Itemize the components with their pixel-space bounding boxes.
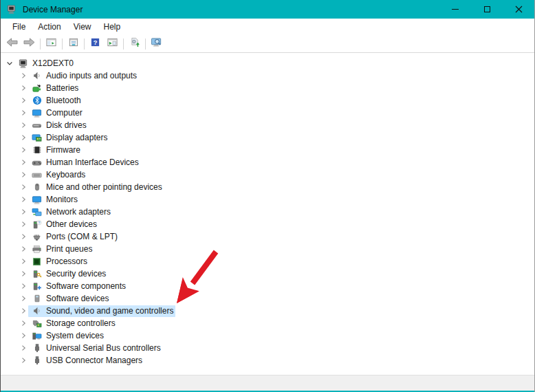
- close-button[interactable]: [503, 0, 534, 19]
- tree-item-label[interactable]: Monitors: [45, 194, 80, 206]
- chevron-right-icon[interactable]: [19, 318, 28, 328]
- device-tree: X12DEXT0Audio inputs and outputsBatterie…: [1, 53, 534, 375]
- tree-item-label[interactable]: Disk drives: [45, 120, 89, 131]
- tree-row[interactable]: ?Other devices: [1, 218, 534, 230]
- maximize-button[interactable]: [471, 0, 503, 19]
- tree-row[interactable]: Mice and other pointing devices: [1, 181, 534, 193]
- chevron-right-icon[interactable]: [19, 306, 28, 316]
- tree-item-label[interactable]: Bluetooth: [45, 95, 83, 107]
- tree-row[interactable]: Security devices: [1, 268, 534, 280]
- chevron-right-icon[interactable]: [19, 145, 28, 155]
- tree-item-label[interactable]: USB Connector Managers: [45, 355, 144, 367]
- forward-button[interactable]: [21, 36, 38, 52]
- tree-row[interactable]: Keyboards: [1, 168, 534, 181]
- chevron-right-icon[interactable]: [19, 207, 28, 217]
- console-tree-button[interactable]: [43, 36, 60, 52]
- tree-row[interactable]: Processors: [1, 255, 534, 268]
- tree-item-label[interactable]: Human Interface Devices: [45, 157, 141, 168]
- device-manager-app-icon: [6, 4, 17, 15]
- tree-item-label[interactable]: Audio inputs and outputs: [45, 70, 139, 82]
- network-adapter-icon: [32, 207, 42, 217]
- menu-item-help[interactable]: Help: [98, 20, 127, 34]
- tree-row[interactable]: Audio inputs and outputs: [1, 69, 534, 82]
- tree-item-label[interactable]: Software components: [45, 281, 128, 292]
- tree-row[interactable]: USB Connector Managers: [1, 354, 534, 367]
- chevron-right-icon[interactable]: [19, 71, 28, 80]
- chevron-right-icon[interactable]: [19, 331, 28, 340]
- back-icon: [6, 37, 19, 50]
- tree-item-label[interactable]: System devices: [45, 330, 106, 342]
- scan-for-hardware-changes-button[interactable]: [126, 36, 143, 52]
- tree-item-label[interactable]: Computer: [45, 107, 85, 119]
- chevron-right-icon[interactable]: [19, 343, 28, 353]
- tree-row[interactable]: X12DEXT0: [1, 57, 534, 69]
- tree-row[interactable]: Sound, video and game controllers: [1, 305, 534, 317]
- menu-item-file[interactable]: File: [6, 20, 32, 34]
- chevron-right-icon[interactable]: [19, 83, 28, 93]
- chevron-right-icon[interactable]: [19, 294, 28, 303]
- tree-item-label[interactable]: Print queues: [45, 243, 94, 255]
- selected-tree-item[interactable]: Sound, video and game controllers: [28, 305, 175, 317]
- tree-row[interactable]: Disk drives: [1, 119, 534, 131]
- chevron-right-icon[interactable]: [19, 281, 28, 291]
- tree-item-label[interactable]: Storage controllers: [45, 318, 118, 329]
- tree-row[interactable]: Firmware: [1, 144, 534, 156]
- tree-row[interactable]: Bluetooth: [1, 94, 534, 107]
- tree-row[interactable]: Universal Serial Bus controllers: [1, 342, 534, 354]
- chevron-right-icon[interactable]: [19, 195, 28, 204]
- properties-button[interactable]: [65, 36, 82, 52]
- tree-item-label[interactable]: Firmware: [45, 144, 83, 156]
- chevron-right-icon[interactable]: [19, 133, 28, 142]
- chevron-right-icon[interactable]: [19, 96, 28, 105]
- tree-row[interactable]: Monitors: [1, 193, 534, 206]
- tree-item-label[interactable]: Software devices: [45, 293, 111, 305]
- back-button[interactable]: [3, 36, 21, 52]
- processor-icon: [32, 257, 42, 267]
- help-button[interactable]: ?: [87, 36, 104, 52]
- tree-item-label[interactable]: Ports (COM & LPT): [45, 231, 120, 243]
- tree-item-label[interactable]: Display adapters: [45, 132, 109, 144]
- chevron-right-icon[interactable]: [19, 120, 28, 130]
- tree-item-label[interactable]: Processors: [45, 256, 89, 268]
- toolbar: ?: [1, 35, 534, 53]
- tree-row[interactable]: System devices: [1, 329, 534, 342]
- tree-item-label[interactable]: Other devices: [45, 219, 99, 230]
- tree-item-label[interactable]: Sound, video and game controllers: [45, 305, 175, 317]
- chevron-right-icon[interactable]: [19, 182, 28, 192]
- tree-row[interactable]: Computer: [1, 107, 534, 119]
- chevron-right-icon[interactable]: [19, 244, 28, 254]
- tree-item-label[interactable]: X12DEXT0: [32, 58, 76, 69]
- tree-item-label[interactable]: Batteries: [45, 83, 80, 94]
- tree-row[interactable]: Network adapters: [1, 206, 534, 218]
- close-icon: [515, 6, 523, 13]
- chevron-right-icon[interactable]: [19, 108, 28, 118]
- printer-icon: [32, 244, 42, 254]
- tree-row[interactable]: Software components: [1, 280, 534, 292]
- minimize-button[interactable]: [439, 0, 471, 19]
- chevron-right-icon[interactable]: [19, 269, 28, 279]
- devices-view-button[interactable]: [148, 36, 165, 52]
- device-manager-window: Device Manager FileActionViewHelp ? X12D…: [0, 0, 535, 392]
- tree-row[interactable]: Ports (COM & LPT): [1, 230, 534, 243]
- chevron-right-icon[interactable]: [19, 257, 28, 266]
- chevron-right-icon[interactable]: [19, 232, 28, 241]
- tree-row[interactable]: Software devices: [1, 292, 534, 305]
- chevron-down-icon[interactable]: [5, 58, 14, 68]
- tree-item-label[interactable]: Network adapters: [45, 206, 113, 218]
- chevron-right-icon[interactable]: [19, 219, 28, 229]
- chevron-right-icon[interactable]: [19, 157, 28, 167]
- menu-item-action[interactable]: Action: [32, 20, 67, 34]
- tree-row[interactable]: Storage controllers: [1, 317, 534, 329]
- chevron-right-icon[interactable]: [19, 356, 28, 365]
- tree-item-label[interactable]: Security devices: [45, 268, 108, 280]
- tree-item-label[interactable]: Universal Serial Bus controllers: [45, 342, 163, 354]
- tree-row[interactable]: Human Interface Devices: [1, 156, 534, 168]
- tree-item-label[interactable]: Mice and other pointing devices: [45, 182, 164, 193]
- tree-row[interactable]: Batteries: [1, 82, 534, 94]
- chevron-right-icon[interactable]: [19, 170, 28, 179]
- menu-item-view[interactable]: View: [67, 20, 98, 34]
- tree-row[interactable]: Display adapters: [1, 131, 534, 144]
- tree-row[interactable]: Print queues: [1, 243, 534, 255]
- action-pane-button[interactable]: [104, 36, 121, 52]
- tree-item-label[interactable]: Keyboards: [45, 169, 87, 181]
